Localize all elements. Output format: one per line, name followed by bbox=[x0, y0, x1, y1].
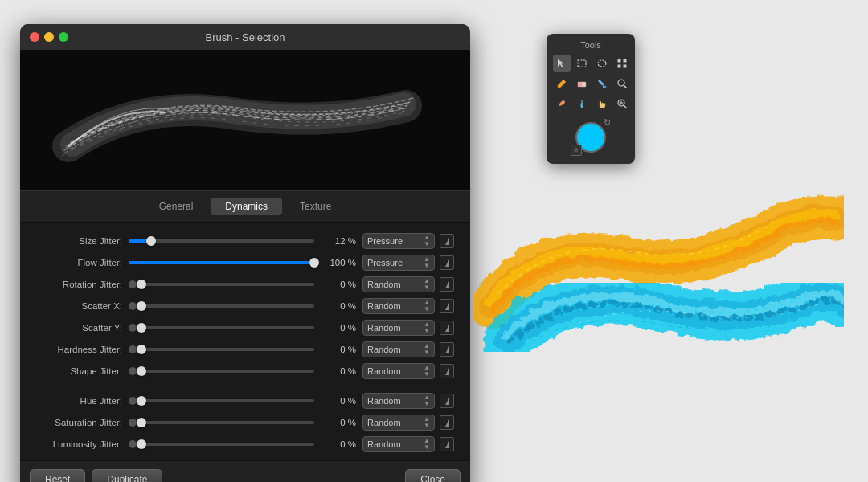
flow-jitter-slider[interactable] bbox=[129, 261, 314, 264]
saturation-jitter-select[interactable]: Random ▲▼ bbox=[362, 415, 435, 431]
shape-jitter-value: 0 % bbox=[321, 366, 356, 376]
scatter-x-row: Scatter X: 0 % Random ▲▼ bbox=[36, 296, 454, 317]
tool-fill[interactable] bbox=[593, 75, 611, 92]
flow-jitter-select[interactable]: Pressure ▲▼ bbox=[362, 255, 435, 271]
flow-jitter-flag[interactable] bbox=[440, 255, 454, 270]
size-jitter-label: Size Jitter: bbox=[36, 236, 129, 246]
svg-point-8 bbox=[604, 86, 607, 88]
tool-magnify2[interactable] bbox=[613, 95, 631, 112]
svg-rect-5 bbox=[624, 65, 627, 68]
tool-grid[interactable] bbox=[613, 55, 631, 72]
saturation-jitter-row: Saturation Jitter: 0 % Random ▲▼ bbox=[36, 412, 454, 433]
svg-rect-7 bbox=[578, 82, 582, 87]
reset-colors-icon[interactable]: ⊘ bbox=[571, 145, 582, 156]
duplicate-button[interactable]: Duplicate bbox=[92, 469, 162, 482]
close-button[interactable]: Close bbox=[405, 469, 461, 482]
tool-rect-select[interactable] bbox=[573, 55, 591, 72]
tool-hand[interactable] bbox=[593, 95, 611, 112]
rotation-jitter-value: 0 % bbox=[321, 280, 356, 289]
scatter-x-label: Scatter X: bbox=[36, 301, 129, 311]
reset-button[interactable]: Reset bbox=[30, 469, 85, 482]
scatter-y-row: Scatter Y: 0 % Random ▲▼ bbox=[36, 317, 454, 338]
hue-jitter-select[interactable]: Random ▲▼ bbox=[362, 393, 435, 409]
tool-dropper[interactable] bbox=[573, 95, 591, 112]
tool-ellipse-select[interactable] bbox=[593, 55, 611, 72]
saturation-jitter-label: Saturation Jitter: bbox=[36, 418, 129, 427]
svg-rect-0 bbox=[578, 60, 586, 67]
tool-arrow[interactable] bbox=[553, 55, 571, 72]
shape-jitter-row: Shape Jitter: 0 % Random ▲▼ bbox=[36, 361, 454, 382]
svg-rect-2 bbox=[618, 59, 621, 63]
hardness-jitter-flag[interactable] bbox=[440, 342, 454, 357]
title-bar: Brush - Selection bbox=[20, 24, 470, 50]
tool-eraser[interactable] bbox=[573, 75, 591, 92]
scatter-y-select[interactable]: Random ▲▼ bbox=[362, 320, 435, 336]
size-jitter-value: 12 % bbox=[321, 236, 356, 246]
shape-jitter-slider[interactable] bbox=[141, 370, 314, 373]
tools-title: Tools bbox=[553, 40, 628, 50]
shape-jitter-select[interactable]: Random ▲▼ bbox=[362, 363, 435, 379]
rotation-jitter-slider[interactable] bbox=[141, 283, 314, 286]
rotation-jitter-flag[interactable] bbox=[440, 277, 454, 292]
scatter-x-dot[interactable] bbox=[129, 302, 137, 310]
scatter-x-value: 0 % bbox=[321, 301, 356, 311]
luminosity-jitter-value: 0 % bbox=[321, 439, 356, 449]
rotation-jitter-row: Rotation Jitter: 0 % Random ▲▼ bbox=[36, 274, 454, 295]
size-jitter-flag[interactable] bbox=[440, 234, 454, 248]
scatter-y-slider[interactable] bbox=[141, 326, 314, 329]
brush-preview bbox=[20, 50, 470, 190]
tools-panel: Tools bbox=[547, 34, 635, 164]
svg-line-10 bbox=[624, 85, 626, 88]
shape-jitter-dot[interactable] bbox=[129, 367, 137, 375]
scatter-x-select[interactable]: Random ▲▼ bbox=[362, 298, 435, 314]
size-jitter-slider[interactable] bbox=[129, 239, 314, 243]
maximize-button[interactable] bbox=[59, 32, 68, 42]
flow-jitter-value: 100 % bbox=[321, 258, 356, 268]
luminosity-jitter-dot[interactable] bbox=[129, 440, 137, 448]
shape-jitter-label: Shape Jitter: bbox=[36, 366, 129, 376]
luminosity-jitter-slider[interactable] bbox=[141, 443, 314, 446]
size-jitter-select[interactable]: Pressure ▲▼ bbox=[362, 233, 435, 249]
hardness-jitter-slider[interactable] bbox=[141, 348, 314, 351]
scatter-y-flag[interactable] bbox=[440, 321, 454, 335]
luminosity-jitter-select[interactable]: Random ▲▼ bbox=[362, 436, 435, 452]
svg-rect-4 bbox=[618, 65, 621, 68]
close-button[interactable] bbox=[30, 32, 39, 42]
shape-jitter-flag[interactable] bbox=[440, 364, 454, 378]
saturation-jitter-dot[interactable] bbox=[129, 419, 137, 427]
saturation-jitter-flag[interactable] bbox=[440, 415, 454, 430]
minimize-button[interactable] bbox=[44, 32, 54, 42]
luminosity-jitter-flag[interactable] bbox=[440, 437, 454, 451]
hue-jitter-flag[interactable] bbox=[440, 394, 454, 408]
scatter-x-slider[interactable] bbox=[141, 304, 314, 308]
button-row: Reset Duplicate Close bbox=[20, 460, 470, 482]
scatter-y-value: 0 % bbox=[321, 323, 356, 333]
scatter-x-flag[interactable] bbox=[440, 299, 454, 313]
hue-jitter-slider[interactable] bbox=[141, 399, 314, 402]
svg-rect-3 bbox=[624, 59, 627, 63]
hue-jitter-value: 0 % bbox=[321, 396, 356, 406]
rotation-jitter-select[interactable]: Random ▲▼ bbox=[362, 276, 435, 292]
tool-magnify1[interactable] bbox=[613, 75, 631, 92]
brush-window: Brush - Selection bbox=[20, 24, 470, 482]
tool-brush[interactable] bbox=[553, 75, 571, 92]
flow-jitter-label: Flow Jitter: bbox=[36, 258, 129, 268]
scatter-y-label: Scatter Y: bbox=[36, 323, 129, 333]
scatter-y-dot[interactable] bbox=[129, 324, 137, 332]
svg-point-1 bbox=[598, 60, 606, 67]
traffic-lights bbox=[30, 32, 68, 42]
rotate-colors-icon[interactable]: ↻ bbox=[604, 117, 611, 128]
tab-dynamics[interactable]: Dynamics bbox=[211, 198, 282, 215]
luminosity-jitter-label: Luminosity Jitter: bbox=[36, 439, 129, 449]
hardness-jitter-label: Hardness Jitter: bbox=[36, 345, 129, 354]
hardness-jitter-dot[interactable] bbox=[129, 345, 137, 353]
tab-general[interactable]: General bbox=[145, 198, 208, 215]
hue-jitter-dot[interactable] bbox=[129, 397, 137, 405]
hardness-jitter-select[interactable]: Random ▲▼ bbox=[362, 341, 435, 357]
rotation-jitter-dot[interactable] bbox=[129, 280, 137, 288]
saturation-jitter-slider[interactable] bbox=[141, 421, 314, 424]
svg-point-11 bbox=[580, 103, 583, 108]
tab-texture[interactable]: Texture bbox=[285, 198, 346, 215]
size-jitter-row: Size Jitter: 12 % Pressure ▲▼ bbox=[36, 231, 454, 251]
tool-smudge[interactable] bbox=[553, 95, 571, 112]
